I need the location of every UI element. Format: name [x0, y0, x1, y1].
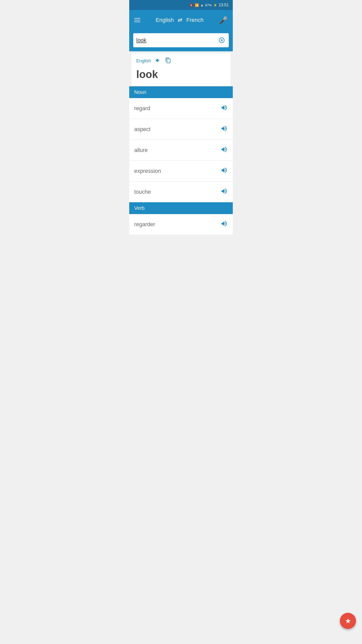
verb-section-header: Verb [129, 202, 233, 214]
source-language[interactable]: English [156, 17, 174, 23]
source-word: look [136, 69, 226, 80]
search-input[interactable] [136, 37, 218, 44]
status-icons: 🔇 📶 ▲ 87% ⚡ 13:51 [189, 3, 229, 7]
signal-icon: ▲ [200, 3, 204, 7]
list-item: touche [129, 182, 233, 202]
noun-section-header: Noun [129, 86, 233, 98]
noun-label: Noun [134, 89, 146, 95]
search-bar [129, 30, 233, 51]
menu-button[interactable] [134, 18, 140, 22]
card-language-label: English [136, 58, 151, 64]
target-language[interactable]: French [186, 17, 203, 23]
clear-search-button[interactable] [218, 36, 226, 44]
battery-level: 87% [205, 3, 212, 7]
menu-icon [134, 22, 140, 22]
status-bar: 🔇 📶 ▲ 87% ⚡ 13:51 [129, 0, 233, 10]
speaker-icon[interactable] [221, 146, 228, 154]
search-container [133, 33, 229, 47]
language-selector: English ⇄ French [156, 17, 204, 23]
wifi-icon: 📶 [195, 3, 199, 7]
list-item: regard [129, 98, 233, 119]
speaker-icon[interactable] [221, 220, 228, 229]
translation-word: expression [134, 168, 161, 174]
list-item: aspect [129, 119, 233, 140]
list-item: regarder [129, 214, 233, 235]
translation-word: touche [134, 189, 151, 195]
speaker-icon[interactable] [221, 167, 228, 175]
microphone-icon[interactable]: 🎤 [219, 16, 228, 24]
list-item: expression [129, 161, 233, 182]
translation-word: allure [134, 147, 148, 153]
noun-translations-list: regard aspect allure expression [129, 98, 233, 202]
mute-icon: 🔇 [189, 3, 193, 7]
card-header: English [136, 57, 226, 65]
verb-label: Verb [134, 205, 145, 211]
menu-icon [134, 20, 140, 20]
translation-word: aspect [134, 126, 151, 133]
card-copy-icon[interactable] [165, 57, 171, 65]
translation-word: regard [134, 105, 150, 112]
card-speaker-icon[interactable] [155, 57, 161, 65]
list-item: allure [129, 140, 233, 161]
app-bar: English ⇄ French 🎤 [129, 10, 233, 30]
speaker-icon[interactable] [221, 104, 228, 113]
battery-charging-icon: ⚡ [213, 3, 217, 7]
speaker-icon[interactable] [221, 188, 228, 196]
translation-word: regarder [134, 221, 155, 228]
translation-card: English look [131, 53, 231, 86]
menu-icon [134, 18, 140, 19]
speaker-icon[interactable] [221, 125, 228, 134]
swap-languages-icon[interactable]: ⇄ [178, 17, 182, 23]
status-time: 13:51 [219, 3, 229, 7]
